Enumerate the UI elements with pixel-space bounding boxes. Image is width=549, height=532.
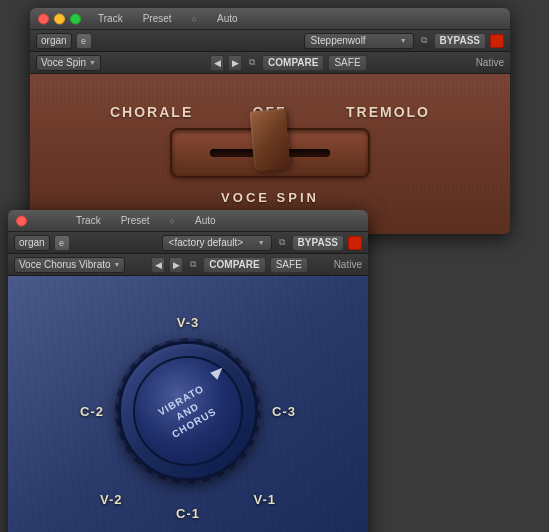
- preset-dropdown-2[interactable]: <factory default> ▼: [162, 235, 272, 251]
- e-button-1[interactable]: e: [76, 33, 92, 49]
- copy-icon-2[interactable]: ⧉: [276, 237, 288, 249]
- controls-bar-1b: Voce Spin ▼ ◀ ▶ ⧉ COMPARE SAFE Native: [30, 52, 510, 74]
- voce-spin-switch: CHORALE OFF TREMOLO VOCE SPIN: [110, 104, 430, 205]
- c2-label: C-2: [80, 404, 104, 419]
- voce-spin-text: VOCE SPIN: [221, 190, 319, 205]
- title-section-1: Track Preset ○ Auto: [98, 13, 238, 24]
- track-dropdown-1[interactable]: organ: [36, 33, 72, 49]
- close-button[interactable]: [38, 13, 49, 24]
- plugin-arrow-icon-2: ▼: [114, 261, 121, 268]
- safe-button-1[interactable]: SAFE: [328, 55, 366, 71]
- plugin-content-voce-chorus: V-3 C-2 C-3 V-2 V-1 C-1 VIBRATO AND CHOR…: [8, 276, 368, 532]
- c1-label: C-1: [176, 506, 200, 521]
- copy-icon-2b[interactable]: ⧉: [187, 259, 199, 271]
- chorale-label: CHORALE: [110, 104, 193, 120]
- plugin-window-voce-chorus: Track Preset ○ Auto organ e <factory def…: [8, 210, 368, 532]
- track-dropdown-2[interactable]: organ: [14, 235, 50, 251]
- plugin-arrow-icon-1: ▼: [89, 59, 96, 66]
- copy-icon-1[interactable]: ⧉: [418, 35, 430, 47]
- native-label-2: Native: [334, 259, 362, 270]
- v3-label: V-3: [177, 315, 200, 330]
- preset-label-1: Preset: [143, 13, 172, 24]
- native-label-1: Native: [476, 57, 504, 68]
- plugin-dropdown-1[interactable]: Voce Spin ▼: [36, 55, 101, 71]
- title-bar-content-1: Track Preset ○ Auto: [38, 13, 502, 24]
- controls-bar-2b: Voce Chorus Vibrato ▼ ◀ ▶ ⧉ COMPARE SAFE…: [8, 254, 368, 276]
- next-preset-button-1[interactable]: ▶: [228, 55, 242, 71]
- maximize-button[interactable]: [70, 13, 81, 24]
- red-indicator-2[interactable]: [348, 236, 362, 250]
- tremolo-label: TREMOLO: [346, 104, 430, 120]
- copy-icon-1b[interactable]: ⧉: [246, 57, 258, 69]
- preset-label-2: Preset: [121, 215, 150, 226]
- preset-arrow-icon-2: ▼: [258, 239, 265, 246]
- plugin-window-voce-spin: Track Preset ○ Auto organ e Steppenwolf …: [30, 8, 510, 234]
- switch-handle: [249, 108, 290, 171]
- e-button-2[interactable]: e: [54, 235, 70, 251]
- switch-base: [170, 128, 370, 178]
- minimize-button[interactable]: [54, 13, 65, 24]
- bypass-button-2[interactable]: BYPASS: [292, 235, 344, 251]
- preset-arrow-icon-1: ▼: [400, 37, 407, 44]
- auto-label-1: Auto: [217, 13, 238, 24]
- v1-label: V-1: [253, 492, 276, 507]
- track-label-1: Track: [98, 13, 123, 24]
- bypass-button-1[interactable]: BYPASS: [434, 33, 486, 49]
- title-bar-1: Track Preset ○ Auto: [30, 8, 510, 30]
- title-bar-content-2: Track Preset ○ Auto: [16, 215, 360, 226]
- plugin-dropdown-2[interactable]: Voce Chorus Vibrato ▼: [14, 257, 125, 273]
- compare-button-2[interactable]: COMPARE: [203, 257, 265, 273]
- chorus-vibrato-knob-container: V-3 C-2 C-3 V-2 V-1 C-1 VIBRATO AND CHOR…: [88, 311, 288, 511]
- controls-bar-1a: organ e Steppenwolf ▼ ⧉ BYPASS: [30, 30, 510, 52]
- knob-inner: VIBRATO AND CHORUS: [133, 356, 243, 466]
- next-preset-button-2[interactable]: ▶: [169, 257, 183, 273]
- compare-button-1[interactable]: COMPARE: [262, 55, 324, 71]
- title-section-2: Track Preset ○ Auto: [76, 215, 216, 226]
- knob-indicator: [210, 364, 226, 380]
- title-bar-2: Track Preset ○ Auto: [8, 210, 368, 232]
- red-indicator-1[interactable]: [490, 34, 504, 48]
- track-label-2: Track: [76, 215, 101, 226]
- chorus-vibrato-knob[interactable]: VIBRATO AND CHORUS: [118, 341, 258, 481]
- prev-preset-button-2[interactable]: ◀: [151, 257, 165, 273]
- c3-label: C-3: [272, 404, 296, 419]
- knob-text: VIBRATO AND CHORUS: [156, 381, 220, 440]
- traffic-lights-2: [16, 215, 27, 226]
- v2-label: V-2: [100, 492, 123, 507]
- switch-lever[interactable]: [170, 128, 370, 178]
- traffic-lights-1: [38, 13, 81, 24]
- preset-dropdown-1[interactable]: Steppenwolf ▼: [304, 33, 414, 49]
- safe-button-2[interactable]: SAFE: [270, 257, 308, 273]
- auto-label-2: Auto: [195, 215, 216, 226]
- controls-bar-2a: organ e <factory default> ▼ ⧉ BYPASS: [8, 232, 368, 254]
- prev-preset-button-1[interactable]: ◀: [210, 55, 224, 71]
- close-button-2[interactable]: [16, 215, 27, 226]
